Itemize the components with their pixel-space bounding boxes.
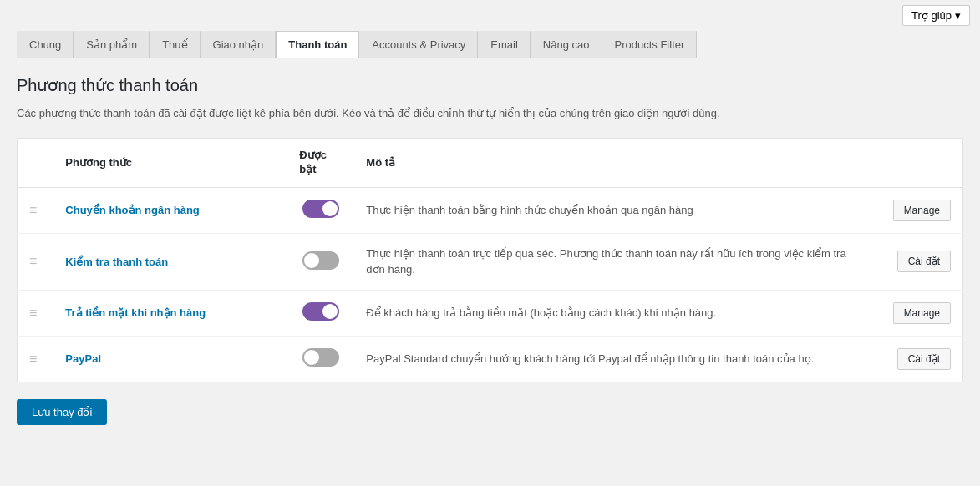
toggle-chuyen-khoan[interactable] [302, 200, 339, 218]
action-button-chuyen-khoan[interactable]: Manage [893, 200, 951, 221]
toggle-slider-paypal [302, 348, 339, 367]
method-description: Để khách hàng trả bằng tiền mặt (hoặc bằ… [354, 290, 879, 336]
drag-icon: ≡ [29, 306, 42, 320]
action-cell: Cài đặt [880, 233, 963, 290]
drag-handle[interactable]: ≡ [18, 233, 54, 290]
method-name-cell: Trả tiền mặt khi nhận hàng [53, 290, 287, 336]
save-button[interactable]: Lưu thay đổi [17, 399, 107, 425]
drag-icon: ≡ [29, 203, 42, 217]
drag-handle[interactable]: ≡ [18, 290, 54, 336]
help-label: Trợ giúp [911, 9, 952, 22]
toggle-cell [287, 336, 354, 382]
table-row: ≡Kiểm tra thanh toánThực hiện thanh toán… [18, 233, 963, 290]
action-button-paypal[interactable]: Cài đặt [897, 348, 951, 370]
action-cell: Manage [880, 290, 963, 336]
tab-link-products-filter[interactable]: Products Filter [602, 31, 698, 58]
toggle-kiem-tra[interactable] [302, 251, 339, 270]
th-description: Mô tả [354, 138, 879, 187]
method-link-kiem-tra[interactable]: Kiểm tra thanh toán [65, 256, 168, 268]
drag-icon: ≡ [29, 352, 42, 366]
tab-thanh-toan[interactable]: Thanh toán [276, 31, 359, 58]
tab-link-thanh-toan[interactable]: Thanh toán [276, 31, 359, 58]
th-drag [18, 138, 54, 187]
tab-link-san-pham[interactable]: Sản phẩm [74, 31, 150, 58]
drag-handle[interactable]: ≡ [18, 336, 54, 382]
toggle-slider-tra-tien-mat [302, 302, 339, 321]
method-link-tra-tien-mat[interactable]: Trả tiền mặt khi nhận hàng [65, 306, 206, 319]
action-cell: Cài đặt [880, 336, 963, 382]
method-description: Thực hiện thanh toán bằng hình thức chuy… [354, 187, 879, 233]
table-row: ≡Chuyển khoản ngân hàngThực hiện thanh t… [18, 187, 963, 233]
tab-email[interactable]: Email [478, 31, 531, 58]
method-name-cell: Chuyển khoản ngân hàng [53, 187, 287, 233]
th-action [880, 138, 963, 187]
tab-san-pham[interactable]: Sản phẩm [74, 31, 150, 58]
tab-link-email[interactable]: Email [478, 31, 531, 58]
action-button-tra-tien-mat[interactable]: Manage [893, 302, 951, 324]
tab-link-giao-nhan[interactable]: Giao nhận [201, 31, 277, 58]
tab-products-filter[interactable]: Products Filter [602, 31, 698, 58]
help-button[interactable]: Trợ giúp ▾ [902, 5, 970, 26]
tab-link-chung[interactable]: Chung [17, 31, 74, 58]
tab-giao-nhan[interactable]: Giao nhận [201, 31, 277, 58]
nav-tabs: ChungSản phẩmThuếGiao nhậnThanh toánAcco… [17, 31, 963, 58]
method-description: Thực hiện thanh toán trực tiếp qua séc. … [354, 233, 879, 290]
tab-accounts-privacy[interactable]: Accounts & Privacy [359, 31, 478, 58]
table-row: ≡PayPalPayPal Standard chuyển hướng khác… [18, 336, 963, 382]
toggle-cell [287, 233, 354, 290]
action-cell: Manage [880, 187, 963, 233]
method-name-cell: Kiểm tra thanh toán [53, 233, 287, 290]
th-enabled: Được bật [287, 138, 354, 187]
tab-link-nang-cao[interactable]: Nâng cao [531, 31, 602, 58]
toggle-cell [287, 187, 354, 233]
action-button-kiem-tra[interactable]: Cài đặt [897, 251, 951, 272]
main-content: ChungSản phẩmThuếGiao nhậnThanh toánAcco… [0, 31, 980, 442]
tab-link-thue[interactable]: Thuế [150, 31, 200, 58]
tab-nang-cao[interactable]: Nâng cao [531, 31, 602, 58]
tab-link-accounts-privacy[interactable]: Accounts & Privacy [359, 31, 478, 58]
method-name-cell: PayPal [53, 336, 287, 382]
method-link-chuyen-khoan[interactable]: Chuyển khoản ngân hàng [65, 204, 199, 216]
tab-chung[interactable]: Chung [17, 31, 74, 58]
top-bar: Trợ giúp ▾ [0, 0, 980, 31]
table-row: ≡Trả tiền mặt khi nhận hàngĐể khách hàng… [18, 290, 963, 336]
page-title: Phương thức thanh toán [17, 75, 963, 95]
toggle-paypal[interactable] [302, 348, 339, 367]
drag-icon: ≡ [29, 254, 42, 268]
tab-thue[interactable]: Thuế [150, 31, 200, 58]
drag-handle[interactable]: ≡ [18, 187, 54, 233]
page-description: Các phương thức thanh toán đã cài đặt đư… [17, 105, 963, 123]
method-description: PayPal Standard chuyển hướng khách hàng … [354, 336, 879, 382]
method-link-paypal[interactable]: PayPal [65, 352, 101, 365]
payment-methods-table: Phương thức Được bật Mô tả ≡Chuyển khoản… [17, 138, 963, 382]
th-method: Phương thức [53, 138, 287, 187]
toggle-tra-tien-mat[interactable] [302, 302, 339, 321]
chevron-down-icon: ▾ [955, 9, 961, 22]
toggle-slider-chuyen-khoan [302, 200, 339, 218]
toggle-cell [287, 290, 354, 336]
toggle-slider-kiem-tra [302, 251, 339, 270]
